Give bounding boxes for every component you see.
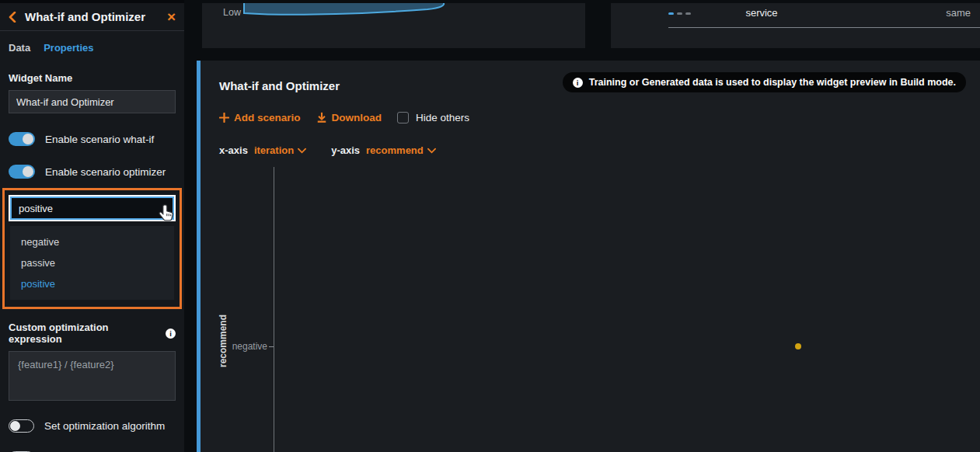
info-banner-text: Training or Generated data is used to di… — [589, 77, 956, 88]
top-right-widget-fragment: service same — [611, 3, 980, 48]
option-negative[interactable]: negative — [10, 231, 174, 252]
y-tick-low-label: Low — [223, 7, 241, 18]
add-scenario-label: Add scenario — [234, 112, 301, 123]
top-left-widget-fragment: Low — [202, 3, 585, 48]
divider-line — [668, 27, 980, 28]
enable-optimizer-toggle[interactable] — [9, 165, 35, 179]
toggle-knob — [23, 134, 33, 144]
x-axis-dropdown[interactable]: iteration — [254, 144, 306, 156]
chevron-down-icon — [298, 148, 306, 154]
download-button[interactable]: Download — [316, 112, 382, 123]
scenario-direction-input[interactable] — [10, 196, 174, 220]
hide-others-control: Hide others — [397, 112, 469, 123]
set-algorithm-toggle[interactable] — [9, 419, 34, 433]
x-axis-label: x-axis — [219, 144, 248, 156]
dropdown-option-list: negative passive positive — [10, 226, 174, 300]
properties-sidebar: What-if and Optimizer × Data Properties … — [0, 0, 184, 452]
tab-properties[interactable]: Properties — [44, 42, 93, 54]
chevron-down-icon — [427, 148, 436, 154]
dash — [677, 12, 682, 15]
custom-expression-label-row: Custom optimization expression i — [9, 322, 176, 345]
add-scenario-button[interactable]: Add scenario — [219, 112, 301, 123]
sidebar-title: What-if and Optimizer — [25, 10, 167, 23]
enable-whatif-toggle[interactable] — [9, 132, 35, 146]
x-axis-value: iteration — [254, 144, 294, 156]
series-label-service: service — [719, 7, 804, 19]
scatter-point[interactable] — [795, 343, 801, 349]
y-axis-label: y-axis — [331, 144, 360, 156]
y-axis-dropdown[interactable]: recommend — [366, 144, 436, 156]
value-label-same: same — [946, 7, 971, 19]
info-banner: i Training or Generated data is used to … — [563, 72, 966, 92]
tab-data[interactable]: Data — [9, 42, 30, 54]
dash — [668, 12, 674, 15]
toggle-label: Enable scenario optimizer — [45, 166, 166, 178]
download-label: Download — [332, 112, 382, 123]
option-passive[interactable]: passive — [10, 252, 174, 273]
info-icon[interactable]: i — [166, 329, 176, 339]
plus-icon — [219, 113, 229, 123]
toggle-knob — [23, 166, 33, 177]
y-tick-negative: negative — [214, 341, 267, 352]
hide-others-checkbox[interactable] — [397, 112, 409, 123]
info-icon: i — [573, 78, 583, 88]
widget-actions: Add scenario Download Hide others — [219, 110, 469, 125]
hide-others-label: Hide others — [416, 112, 469, 123]
y-axis-value: recommend — [366, 144, 424, 156]
toggle-row-optimizer: Enable scenario optimizer — [9, 165, 176, 179]
custom-expression-textarea[interactable] — [9, 351, 176, 401]
chart-y-axis-line — [274, 167, 274, 452]
widget-name-input[interactable] — [9, 90, 176, 113]
toggle-label: Set optimization algorithm — [44, 420, 165, 432]
y-tick-mark — [269, 346, 274, 347]
back-icon[interactable] — [9, 12, 16, 23]
toggle-label: Enable scenario what-if — [45, 134, 154, 145]
close-icon[interactable]: × — [167, 9, 176, 24]
dash — [685, 12, 691, 15]
download-icon — [316, 112, 327, 123]
dashed-line-legend-icon — [668, 12, 691, 15]
sidebar-tabs: Data Properties — [0, 31, 184, 54]
widget-title: What-if and Optimizer — [219, 79, 340, 92]
whatif-optimizer-widget: What-if and Optimizer i Training or Gene… — [197, 61, 980, 452]
sidebar-header: What-if and Optimizer × — [0, 3, 184, 31]
distribution-curve-shape — [242, 3, 451, 19]
custom-expression-label: Custom optimization expression — [9, 322, 161, 345]
highlighted-dropdown-box: negative passive positive — [2, 188, 182, 309]
option-positive[interactable]: positive — [10, 273, 174, 294]
toggle-row-algorithm: Set optimization algorithm — [9, 419, 176, 433]
widget-name-label: Widget Name — [9, 72, 176, 84]
toggle-row-whatif: Enable scenario what-if — [9, 132, 176, 146]
axis-selectors: x-axis iteration y-axis recommend — [219, 144, 436, 156]
toggle-knob — [10, 421, 20, 431]
